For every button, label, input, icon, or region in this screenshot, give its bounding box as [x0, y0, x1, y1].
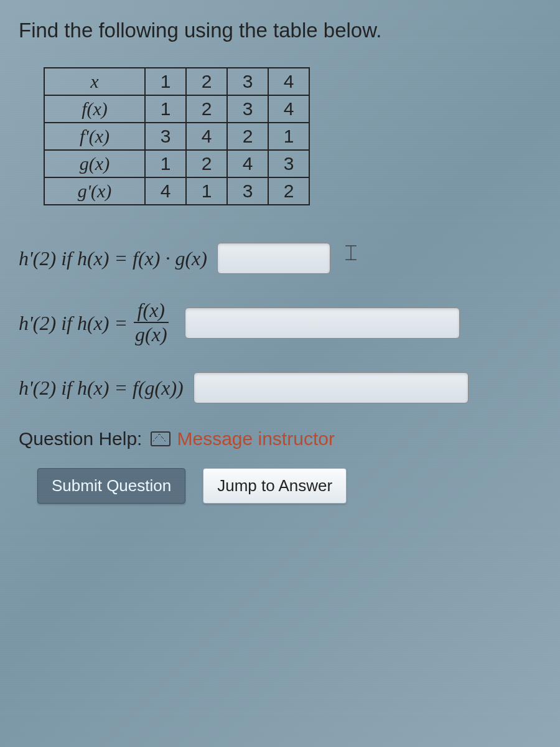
prompt-text: Find the following using the table below… [19, 19, 541, 42]
message-instructor-link[interactable]: Message instructor [151, 428, 334, 449]
question-3: h'(2) if h(x) = f(g(x)) [19, 372, 541, 403]
cell: 2 [186, 150, 227, 177]
cell: 1 [145, 95, 186, 123]
row-label: f(x) [82, 98, 108, 119]
q1-expression: h'(2) if h(x) = f(x) · g(x) [19, 247, 207, 270]
cell: 1 [145, 68, 186, 95]
question-help-row: Question Help: Message instructor [19, 428, 541, 449]
q3-expression: h'(2) if h(x) = f(g(x)) [19, 377, 184, 400]
cell: 3 [268, 150, 309, 177]
function-table-wrap: x 1 2 3 4 f(x) 1 2 3 4 f'(x) 3 4 2 1 g(x… [44, 67, 541, 205]
fraction-numerator: f(x) [134, 299, 169, 323]
answer-input-3[interactable] [194, 372, 469, 403]
table-row: f(x) 1 2 3 4 [44, 95, 309, 123]
q2-prefix: h'(2) if h(x) = [19, 312, 128, 335]
cell: 2 [268, 177, 309, 205]
text-cursor-icon: ⌶ [345, 242, 357, 263]
cell: 3 [227, 95, 268, 123]
cell: 2 [227, 123, 268, 150]
question-1: h'(2) if h(x) = f(x) · g(x) ⌶ [19, 243, 541, 274]
cell: 1 [186, 177, 227, 205]
button-row: Submit Question Jump to Answer [37, 468, 541, 504]
cell: 3 [145, 123, 186, 150]
table-row: x 1 2 3 4 [44, 68, 309, 95]
cell: 2 [186, 95, 227, 123]
question-2: h'(2) if h(x) = f(x) g(x) [19, 299, 541, 347]
submit-question-button[interactable]: Submit Question [37, 468, 185, 504]
jump-to-answer-button[interactable]: Jump to Answer [203, 468, 347, 504]
cell: 3 [227, 177, 268, 205]
cell: 4 [268, 95, 309, 123]
cell: 4 [268, 68, 309, 95]
mail-icon [151, 431, 170, 446]
fraction-denominator: g(x) [131, 323, 171, 347]
answer-input-1[interactable] [217, 243, 330, 274]
function-table: x 1 2 3 4 f(x) 1 2 3 4 f'(x) 3 4 2 1 g(x… [44, 67, 310, 205]
table-row: g'(x) 4 1 3 2 [44, 177, 309, 205]
cell: 4 [186, 123, 227, 150]
cell: 1 [145, 150, 186, 177]
row-label: g'(x) [78, 181, 112, 201]
cell: 3 [227, 68, 268, 95]
cell: 4 [145, 177, 186, 205]
message-instructor-text: Message instructor [177, 428, 334, 449]
row-label: x [90, 71, 98, 92]
cell: 2 [186, 68, 227, 95]
q2-expression: h'(2) if h(x) = f(x) g(x) [19, 299, 175, 347]
fraction: f(x) g(x) [131, 299, 171, 347]
question-help-label: Question Help: [19, 428, 142, 449]
cell: 1 [268, 123, 309, 150]
cell: 4 [227, 150, 268, 177]
table-row: f'(x) 3 4 2 1 [44, 123, 309, 150]
answer-input-2[interactable] [185, 308, 460, 339]
row-label: g(x) [80, 153, 110, 174]
table-row: g(x) 1 2 4 3 [44, 150, 309, 177]
row-label: f'(x) [80, 126, 110, 146]
